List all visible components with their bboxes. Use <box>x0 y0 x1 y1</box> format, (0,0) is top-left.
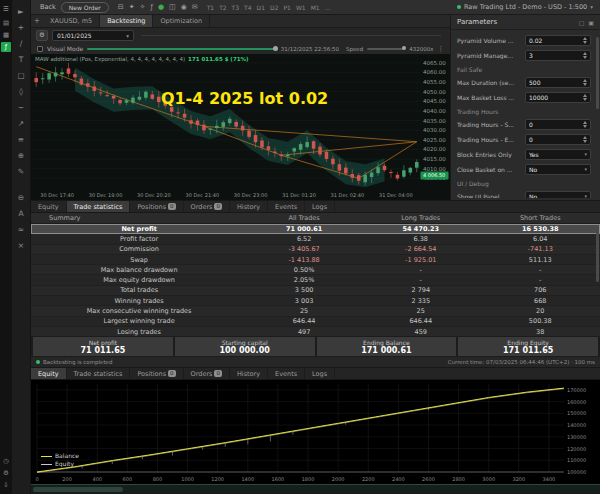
column-header-short-trades[interactable]: Short Trades <box>481 214 600 222</box>
text-tool-icon[interactable]: T <box>14 53 29 67</box>
progress-handle[interactable] <box>273 46 278 51</box>
cursor-tool-icon[interactable]: ► <box>14 5 29 19</box>
new-order-button[interactable]: New Order <box>61 2 109 13</box>
automate-icon[interactable]: ƒ <box>1 42 11 52</box>
scrollbar-thumb[interactable] <box>33 487 123 492</box>
indicators-icon[interactable]: ƒ <box>150 3 152 11</box>
table-row-max-equity-drawdown[interactable]: Max equity drawdown2.05%-- <box>31 275 600 285</box>
equity-tab-history[interactable]: History <box>230 368 268 379</box>
rectangle-tool-icon[interactable]: □ <box>14 69 29 83</box>
shapes-tool-icon[interactable]: ◊ <box>14 85 29 99</box>
parameter-stepper[interactable]: 500 <box>525 77 591 88</box>
zoom-in-tool-icon[interactable]: ⊕ <box>14 149 29 163</box>
parameter-stepper[interactable]: 10000 <box>525 92 591 103</box>
table-row-swap[interactable]: Swap-1 413.88-1 925.01511.13 <box>31 255 600 265</box>
crosshair-tool-icon[interactable]: + <box>14 21 29 35</box>
backtest-settings-button[interactable]: ⚙ <box>36 30 48 41</box>
column-header-summary[interactable]: Summary <box>31 214 247 222</box>
date-range-select[interactable]: 01/01/2025 ▾ <box>52 30 134 41</box>
view-button-p1[interactable]: P1 <box>283 4 290 11</box>
wave-tool-icon[interactable]: ~ <box>14 101 29 115</box>
settings-icon[interactable]: ⚙ <box>1 468 11 478</box>
tab-optimization[interactable]: Optimization <box>153 15 210 27</box>
arrow-tool-icon[interactable]: ↗ <box>14 117 29 131</box>
draw-tool-icon[interactable]: ✎ <box>14 165 29 179</box>
trendline-tool-icon[interactable]: / <box>14 37 29 51</box>
parameter-select[interactable]: Yes▾ <box>525 149 591 160</box>
stepper-arrows-icon[interactable] <box>583 37 587 44</box>
trade-icon[interactable]: ▤ <box>1 18 11 28</box>
watchlist-icon[interactable]: ◉ <box>181 3 187 11</box>
layouts-icon[interactable]: ⊟ <box>118 3 124 11</box>
equity-tab-equity[interactable]: Equity <box>31 368 67 379</box>
alert-add-icon[interactable]: ✧ <box>140 3 146 11</box>
alert-icon[interactable]: ✦ <box>129 3 135 11</box>
view-button-d1[interactable]: D1 <box>257 4 265 11</box>
view-button-d2[interactable]: D2 <box>270 4 278 11</box>
stepper-arrows-icon[interactable] <box>583 121 587 128</box>
equity-tab-events[interactable]: Events <box>268 368 305 379</box>
table-row-losing-trades[interactable]: Losing trades49745938 <box>31 327 600 336</box>
add-chart-button[interactable]: + <box>31 15 43 27</box>
parameter-stepper[interactable]: 3 <box>525 50 591 61</box>
results-tab-events[interactable]: Events <box>268 201 305 212</box>
table-row-profit-factor[interactable]: Profit factor6.526.386.04 <box>31 234 600 244</box>
history-icon[interactable]: ◷ <box>1 456 11 466</box>
view-button-t2[interactable]: T2 <box>219 4 226 11</box>
column-header-long-trades[interactable]: Long Trades <box>361 214 480 222</box>
stepper-arrows-icon[interactable] <box>583 79 587 86</box>
lines-tool-icon[interactable]: ≡ <box>14 133 29 147</box>
equity-tab-positions[interactable]: Positions0 <box>130 368 183 379</box>
table-row-total-trades[interactable]: Total trades3 5002 794706 <box>31 286 600 296</box>
stepper-arrows-icon[interactable] <box>583 52 587 59</box>
scrollbar[interactable] <box>596 37 599 109</box>
channel-tool-icon[interactable]: ≈ <box>14 223 29 237</box>
results-tab-history[interactable]: History <box>230 201 268 212</box>
delete-tool-icon[interactable]: × <box>14 239 29 253</box>
results-tab-positions[interactable]: Positions0 <box>130 201 183 212</box>
menu-icon[interactable]: ☰ <box>1 4 11 14</box>
parameter-stepper[interactable]: 0 <box>525 134 591 145</box>
parameter-stepper[interactable]: 0 <box>525 119 591 130</box>
price-chart-canvas[interactable]: 4065.004060.004055.004050.004045.004040.… <box>31 54 450 200</box>
back-button[interactable]: Back <box>35 3 61 11</box>
tab-backtesting[interactable]: Backtesting <box>100 15 153 27</box>
view-button-t3[interactable]: T3 <box>232 4 239 11</box>
parameter-stepper[interactable]: 0.02 <box>525 35 591 46</box>
table-row-winning-trades[interactable]: Winning trades3 0032 335668 <box>31 296 600 306</box>
speed-slider[interactable] <box>367 48 405 50</box>
sentiment-icon[interactable]: ● <box>158 3 164 11</box>
tab-xauusd-m5[interactable]: XAUUSD, m5 <box>43 15 100 27</box>
stepper-arrows-icon[interactable] <box>583 136 587 143</box>
chat-icon[interactable]: ✉ <box>192 3 198 11</box>
equity-tab-logs[interactable]: Logs <box>305 368 335 379</box>
results-tab-trade-statistics[interactable]: Trade statistics <box>67 201 131 212</box>
equity-tab-orders[interactable]: Orders0 <box>184 368 230 379</box>
view-button-t4[interactable]: T4 <box>244 4 251 11</box>
zoom-out-tool-icon[interactable]: ⊖ <box>14 191 29 205</box>
bottom-scrollbar[interactable] <box>31 484 600 494</box>
results-tab-equity[interactable]: Equity <box>31 201 67 212</box>
visual-mode-checkbox[interactable] <box>37 46 43 52</box>
view-button-m1[interactable]: M1 <box>311 4 320 11</box>
equity-chart-canvas[interactable]: 0200400600800100012001400160018002000220… <box>31 380 600 484</box>
panel-menu-icon[interactable]: ▣ <box>588 19 594 26</box>
download-icon[interactable]: ⇩ <box>1 480 11 490</box>
column-header-all-trades[interactable]: All Trades <box>247 214 361 222</box>
account-selector[interactable]: Raw Trading Ltd - Demo - USD - 1:500 ▾ <box>457 3 596 11</box>
stepper-arrows-icon[interactable] <box>583 94 587 101</box>
table-row-commission[interactable]: Commission-3 405.67-2 664.54-741.13 <box>31 245 600 255</box>
more-options-icon[interactable]: ⋮ <box>438 45 445 53</box>
table-row-largest-winning-trade[interactable]: Largest winning trade646.44646.44500.38 <box>31 317 600 327</box>
table-row-net-profit[interactable]: Net profit71 000.6154 470.2316 530.38 <box>31 224 600 234</box>
equity-tab-trade-statistics[interactable]: Trade statistics <box>67 368 131 379</box>
results-tab-logs[interactable]: Logs <box>305 201 335 212</box>
depth-icon[interactable]: ◫ <box>169 3 176 11</box>
charts-icon[interactable]: ▦ <box>1 30 11 40</box>
detach-panel-icon[interactable]: ▢ <box>579 19 585 26</box>
results-tab-orders[interactable]: Orders0 <box>184 201 230 212</box>
equity-chart[interactable]: 0200400600800100012001400160018002000220… <box>31 380 600 484</box>
annotation-tool-icon[interactable]: A <box>14 207 29 221</box>
backtest-progress-slider[interactable] <box>87 48 277 50</box>
table-row-max-consecutive-winning-trades[interactable]: Max consecutive winning trades252520 <box>31 306 600 316</box>
